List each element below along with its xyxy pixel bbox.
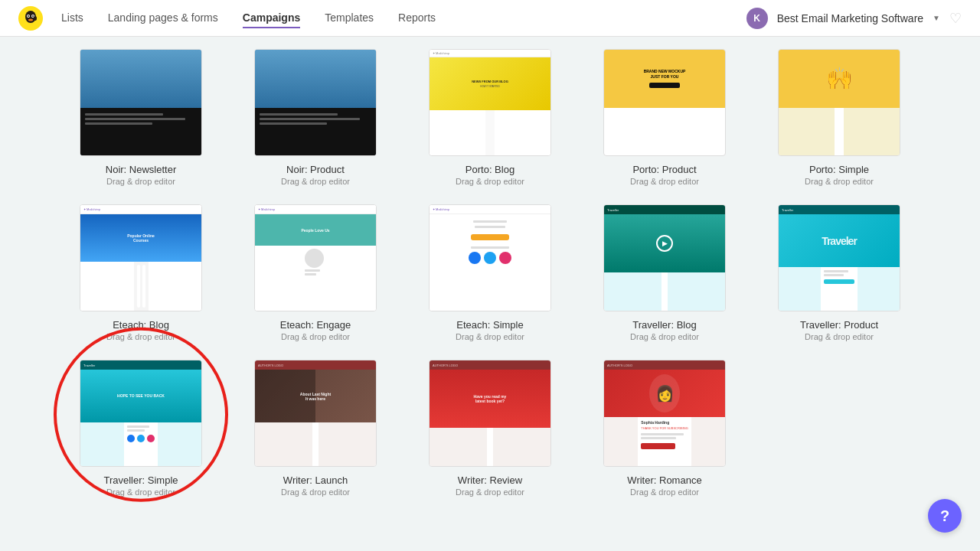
template-subtitle: Drag & drop editor (456, 177, 524, 186)
template-card-traveller-simple[interactable]: Traveller HOPE TO SEE YOU BACK Traveller… (61, 360, 220, 497)
template-title: Porto: Blog (466, 164, 514, 175)
template-card-writer-review[interactable]: AUTHOR'S LOGO Have you read mylatest boo… (410, 360, 570, 497)
template-subtitle: Drag & drop editor (630, 177, 699, 186)
template-card-traveller-product[interactable]: Traveller Traveler Traveller: ProductDra… (760, 204, 919, 341)
template-card-eteach-blog[interactable]: ✦ Mailchimp Popular OnlineCourses Eteach… (61, 204, 220, 341)
svg-point-8 (34, 16, 37, 21)
template-subtitle: Drag & drop editor (281, 332, 350, 341)
template-title: Writer: Review (458, 474, 522, 486)
nav-reports[interactable]: Reports (398, 8, 436, 28)
template-title: Noir: Product (286, 164, 345, 175)
account-chevron-icon[interactable]: ▼ (933, 14, 940, 22)
template-title: Porto: Product (632, 164, 696, 175)
template-subtitle: Drag & drop editor (281, 487, 350, 497)
template-card-eteach-simple[interactable]: ✦ Mailchimp Eteach: SimpleDrag & drop ed… (410, 204, 570, 341)
template-subtitle: Drag & drop editor (805, 177, 874, 186)
svg-point-6 (28, 18, 33, 21)
nav-campaigns[interactable]: Campaigns (243, 8, 300, 28)
template-card-traveller-blog[interactable]: Traveller ▶ Traveller: BlogDrag & drop e… (585, 204, 744, 341)
template-subtitle: Drag & drop editor (106, 332, 175, 341)
svg-point-5 (32, 15, 34, 17)
template-title: Traveller: Simple (103, 474, 178, 486)
nav-lists[interactable]: Lists (61, 8, 83, 28)
nav-links: Lists Landing pages & forms Campaigns Te… (61, 8, 746, 28)
template-title: Eteach: Simple (456, 319, 523, 331)
nav-templates[interactable]: Templates (325, 8, 374, 28)
template-card-writer-romance[interactable]: AUTHOR'S LOGO 👩 Sophia Harding THANK YOU… (585, 360, 744, 497)
template-card-noir-product[interactable]: Noir: ProductDrag & drop editor (236, 49, 395, 186)
template-title: Eteach: Engage (280, 319, 351, 331)
template-title: Eteach: Blog (113, 319, 169, 331)
svg-point-7 (28, 11, 33, 15)
app-logo[interactable] (18, 6, 43, 31)
favorites-heart-icon[interactable]: ♡ (949, 10, 962, 27)
template-title: Traveller: Blog (632, 319, 696, 331)
help-button[interactable]: ? (928, 499, 962, 533)
account-avatar: K (746, 8, 768, 29)
template-card-noir-newsletter[interactable]: Noir: NewsletterDrag & drop editor (61, 49, 220, 186)
account-name[interactable]: Best Email Marketing Software (777, 12, 923, 24)
template-subtitle: Drag & drop editor (281, 177, 350, 186)
template-subtitle: Drag & drop editor (630, 487, 699, 497)
template-title: Traveller: Product (800, 319, 878, 331)
nav-landing-pages[interactable]: Landing pages & forms (108, 8, 218, 28)
template-subtitle: Drag & drop editor (106, 177, 175, 186)
template-title: Noir: Newsletter (106, 164, 176, 175)
template-subtitle: Drag & drop editor (106, 487, 175, 497)
nav-right: K Best Email Marketing Software ▼ ♡ (746, 8, 962, 29)
template-subtitle: Drag & drop editor (456, 332, 524, 341)
template-card-eteach-engage[interactable]: ✦ Mailchimp People Love Us Ete (236, 204, 395, 341)
template-subtitle: Drag & drop editor (630, 332, 699, 341)
template-card-writer-launch[interactable]: AUTHOR'S LOGO About Last NightIt was her… (236, 360, 395, 497)
template-grid: Noir: NewsletterDrag & drop editor Noir:… (61, 49, 919, 497)
template-card-porto-blog[interactable]: ✦ Mailchimp NEWS FROM OUR BLOG HOW IT ST… (410, 49, 570, 186)
svg-point-4 (28, 15, 29, 17)
template-subtitle: Drag & drop editor (456, 487, 524, 497)
template-title: Porto: Simple (809, 164, 869, 175)
template-subtitle: Drag & drop editor (805, 332, 874, 341)
template-card-porto-product[interactable]: BRAND NEW MOCKUPJUST FOR YOU Porto: Prod… (585, 49, 744, 186)
navbar: Lists Landing pages & forms Campaigns Te… (0, 0, 980, 37)
template-card-porto-simple[interactable]: 🙌 Porto: SimpleDrag & drop editor (760, 49, 919, 186)
template-title: Writer: Romance (627, 474, 701, 486)
template-title: Writer: Launch (283, 474, 348, 486)
main-content: Noir: NewsletterDrag & drop editor Noir:… (0, 37, 980, 551)
